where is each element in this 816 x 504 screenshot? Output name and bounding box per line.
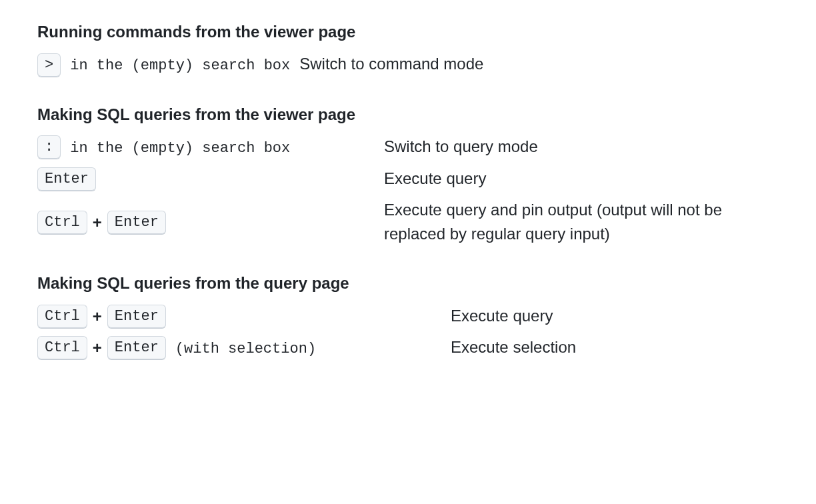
shortcut-row: :in the (empty) search boxSwitch to quer…	[37, 135, 779, 160]
key-enter: Enter	[107, 336, 166, 360]
shortcut-row: >in the (empty) search boxSwitch to comm…	[37, 52, 779, 77]
section: Running commands from the viewer page>in…	[37, 20, 779, 77]
keyboard-shortcuts-doc: Running commands from the viewer page>in…	[0, 0, 816, 387]
key-enter: Enter	[37, 167, 96, 191]
key-enter: Enter	[107, 305, 166, 329]
shortcut-description: Switch to command mode	[299, 55, 483, 73]
section: Making SQL queries from the query pageCt…	[37, 271, 779, 360]
shortcut-description: Execute query and pin output (output wil…	[384, 198, 779, 246]
key-context-note: in the (empty) search box	[70, 57, 290, 74]
key-enter: Enter	[107, 211, 166, 235]
shortcut-row: Ctrl+EnterExecute query and pin output (…	[37, 198, 779, 246]
key-ctrl: Ctrl	[37, 211, 87, 235]
plus-separator: +	[87, 305, 107, 329]
key-context-note: in the (empty) search box	[70, 140, 290, 157]
key-: :	[37, 135, 61, 159]
plus-separator: +	[87, 336, 107, 360]
key-: >	[37, 53, 61, 77]
section-heading: Making SQL queries from the query page	[37, 271, 779, 295]
shortcut-row: EnterExecute query	[37, 166, 779, 191]
key-ctrl: Ctrl	[37, 305, 87, 329]
shortcut-description: Switch to query mode	[384, 135, 779, 159]
key-ctrl: Ctrl	[37, 336, 87, 360]
plus-separator: +	[87, 211, 107, 235]
shortcut-description: Execute query	[384, 167, 779, 191]
keys-column: :in the (empty) search box	[37, 135, 384, 160]
shortcut-description: Execute query	[451, 304, 779, 328]
keys-column: Ctrl+Enter	[37, 209, 384, 235]
keys-column: >in the (empty) search boxSwitch to comm…	[37, 52, 779, 77]
shortcut-description: Execute selection	[451, 335, 779, 359]
keys-column: Enter	[37, 166, 384, 191]
keys-column: Ctrl+Enter(with selection)	[37, 335, 451, 361]
section: Making SQL queries from the viewer page:…	[37, 103, 779, 246]
shortcut-row: Ctrl+Enter(with selection)Execute select…	[37, 335, 779, 361]
key-context-note: (with selection)	[175, 341, 316, 357]
shortcut-row: Ctrl+EnterExecute query	[37, 303, 779, 329]
keys-column: Ctrl+Enter	[37, 303, 451, 329]
section-heading: Running commands from the viewer page	[37, 20, 779, 44]
section-heading: Making SQL queries from the viewer page	[37, 103, 779, 127]
